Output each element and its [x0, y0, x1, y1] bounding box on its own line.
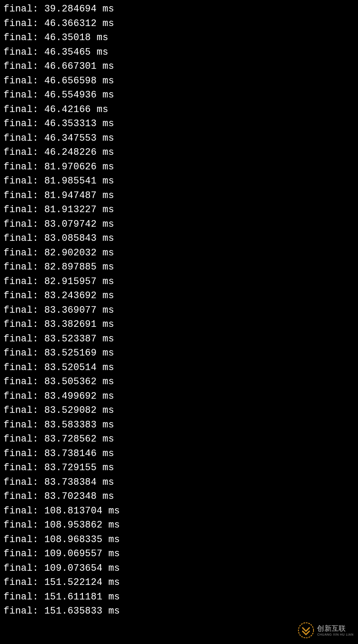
log-line: final: 46.248226 ms — [4, 145, 354, 160]
log-line: final: 108.813704 ms — [4, 504, 354, 518]
log-line: final: 46.656598 ms — [4, 74, 354, 88]
log-line: final: 46.667301 ms — [4, 59, 354, 74]
log-line: final: 151.611181 ms — [4, 590, 354, 604]
log-line: final: 46.35465 ms — [4, 45, 354, 60]
log-line: final: 83.529082 ms — [4, 403, 354, 418]
log-line: final: 109.069557 ms — [4, 547, 354, 561]
log-line: final: 83.505362 ms — [4, 374, 354, 389]
log-line: final: 82.915957 ms — [4, 274, 354, 289]
log-line: final: 83.525169 ms — [4, 346, 354, 360]
log-line: final: 46.554936 ms — [4, 88, 354, 102]
log-line: final: 109.073654 ms — [4, 561, 354, 576]
log-line: final: 83.079742 ms — [4, 217, 354, 232]
log-line: final: 46.347553 ms — [4, 131, 354, 146]
log-line: final: 83.382691 ms — [4, 317, 354, 332]
log-line: final: 83.523387 ms — [4, 332, 354, 346]
log-line: final: 46.366312 ms — [4, 16, 354, 31]
log-line: final: 83.520514 ms — [4, 360, 354, 375]
log-line: final: 83.085843 ms — [4, 231, 354, 246]
log-line: final: 81.947487 ms — [4, 188, 354, 203]
log-line: final: 83.499692 ms — [4, 389, 354, 404]
log-line: final: 83.583383 ms — [4, 418, 354, 432]
log-line: final: 83.243692 ms — [4, 288, 354, 303]
log-line: final: 46.353313 ms — [4, 116, 354, 131]
watermark-cn-text: 创新互联 — [317, 625, 354, 632]
log-line: final: 81.913227 ms — [4, 202, 354, 217]
log-line: final: 82.897885 ms — [4, 260, 354, 274]
log-line: final: 83.738384 ms — [4, 475, 354, 490]
log-line: final: 83.369077 ms — [4, 303, 354, 318]
log-line: final: 82.902032 ms — [4, 246, 354, 260]
log-line: final: 46.42166 ms — [4, 102, 354, 117]
log-line: final: 83.728562 ms — [4, 432, 354, 446]
log-line: final: 151.522124 ms — [4, 575, 354, 590]
watermark-text: 创新互联 CHUANG XIN HU LIAN — [317, 625, 354, 636]
log-line: final: 83.729155 ms — [4, 461, 354, 475]
watermark-logo-icon — [298, 622, 314, 639]
log-line: final: 151.635833 ms — [4, 604, 354, 618]
terminal-output: final: 39.284694 msfinal: 46.366312 msfi… — [4, 2, 354, 618]
log-line: final: 81.985541 ms — [4, 174, 354, 188]
log-line: final: 81.970626 ms — [4, 160, 354, 174]
log-line: final: 46.35018 ms — [4, 30, 354, 45]
log-line: final: 83.738146 ms — [4, 446, 354, 461]
log-line: final: 83.702348 ms — [4, 489, 354, 504]
log-line: final: 108.953862 ms — [4, 518, 354, 532]
log-line: final: 108.968335 ms — [4, 532, 354, 547]
watermark: 创新互联 CHUANG XIN HU LIAN — [298, 622, 354, 639]
watermark-en-text: CHUANG XIN HU LIAN — [317, 633, 354, 636]
log-line: final: 39.284694 ms — [4, 2, 354, 16]
